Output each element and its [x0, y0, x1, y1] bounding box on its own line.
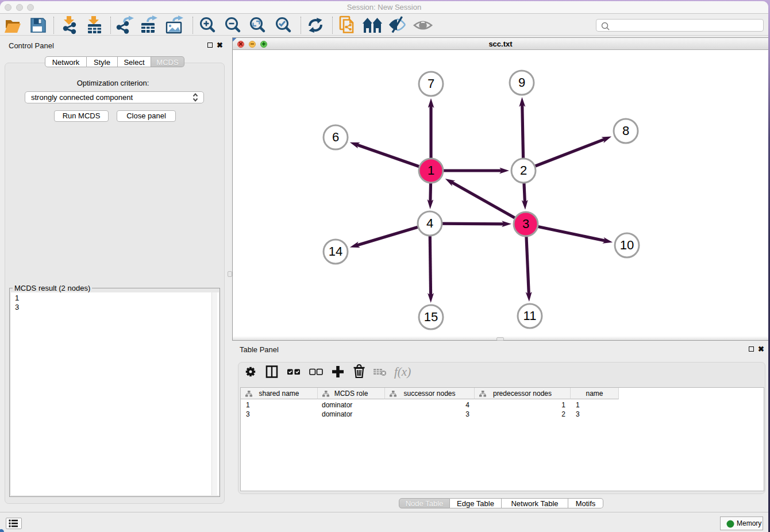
svg-text:14: 14 — [329, 244, 342, 259]
svg-text:f(x): f(x) — [394, 365, 411, 379]
svg-text:3: 3 — [522, 217, 529, 231]
svg-text:10: 10 — [620, 238, 634, 252]
svg-text:15: 15 — [424, 310, 438, 324]
svg-text:2: 2 — [520, 163, 527, 178]
svg-text:11: 11 — [523, 309, 537, 323]
svg-text:8: 8 — [622, 124, 629, 138]
svg-text:6: 6 — [332, 130, 339, 144]
svg-text:4: 4 — [426, 216, 433, 230]
svg-text:1: 1 — [428, 163, 434, 178]
svg-text:9: 9 — [518, 75, 525, 90]
svg-text:7: 7 — [428, 76, 434, 91]
